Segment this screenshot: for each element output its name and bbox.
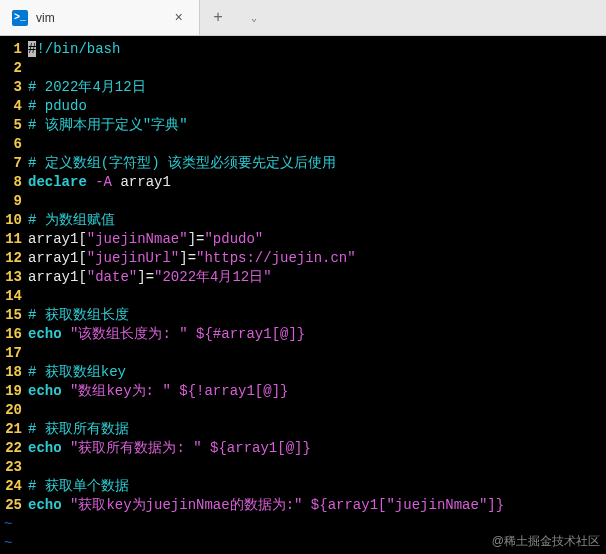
code-line[interactable]: 10# 为数组赋值 [0, 211, 606, 230]
code-line[interactable]: 21# 获取所有数据 [0, 420, 606, 439]
code-content[interactable]: declare -A array1 [28, 173, 606, 192]
line-number: 13 [0, 268, 28, 287]
line-number: 12 [0, 249, 28, 268]
line-number: 18 [0, 363, 28, 382]
code-line[interactable]: 6 [0, 135, 606, 154]
line-number: 1 [0, 40, 28, 59]
close-tab-icon[interactable]: × [171, 10, 187, 26]
code-line[interactable]: 2 [0, 59, 606, 78]
code-content[interactable]: # 定义数组(字符型) 该类型必须要先定义后使用 [28, 154, 606, 173]
code-line[interactable]: 12array1["juejinUrl"]="https://juejin.cn… [0, 249, 606, 268]
token [62, 326, 70, 342]
code-line[interactable]: 19echo "数组key为: " ${!array1[@]} [0, 382, 606, 401]
code-content[interactable] [28, 458, 606, 477]
token: !/bin/bash [36, 41, 120, 57]
code-content[interactable]: # 获取单个数据 [28, 477, 606, 496]
code-line[interactable]: 20 [0, 401, 606, 420]
code-line[interactable]: 24# 获取单个数据 [0, 477, 606, 496]
code-content[interactable]: # 该脚本用于定义"字典" [28, 116, 606, 135]
code-line[interactable]: 5# 该脚本用于定义"字典" [0, 116, 606, 135]
line-number: 21 [0, 420, 28, 439]
token: array1[ [28, 250, 87, 266]
token: "该数组长度为: " [70, 326, 188, 342]
token [202, 440, 210, 456]
code-content[interactable] [28, 59, 606, 78]
token: "https://juejin.cn" [196, 250, 356, 266]
code-content[interactable]: # 获取数组长度 [28, 306, 606, 325]
token [62, 440, 70, 456]
code-line[interactable]: 7# 定义数组(字符型) 该类型必须要先定义后使用 [0, 154, 606, 173]
code-content[interactable] [28, 344, 606, 363]
code-content[interactable]: echo "该数组长度为: " ${#array1[@]} [28, 325, 606, 344]
line-number: 23 [0, 458, 28, 477]
token: ${array1[ [311, 497, 387, 513]
token: declare [28, 174, 87, 190]
token [62, 383, 70, 399]
code-line[interactable]: 13array1["date"]="2022年4月12日" [0, 268, 606, 287]
token [171, 383, 179, 399]
code-content[interactable] [28, 192, 606, 211]
token: "juejinNmae" [87, 231, 188, 247]
token: ]= [179, 250, 196, 266]
editor-area[interactable]: 1#!/bin/bash23# 2022年4月12日4# pdudo5# 该脚本… [0, 36, 606, 554]
code-content[interactable]: array1["juejinUrl"]="https://juejin.cn" [28, 249, 606, 268]
tab-dropdown-button[interactable]: ⌄ [236, 0, 272, 35]
line-number: 6 [0, 135, 28, 154]
line-number: 14 [0, 287, 28, 306]
token: "获取key为juejinNmae的数据为:" [70, 497, 302, 513]
line-number: 16 [0, 325, 28, 344]
token: # 获取数组key [28, 364, 126, 380]
code-content[interactable]: #!/bin/bash [28, 40, 606, 59]
token: echo [28, 440, 62, 456]
code-line[interactable]: 18# 获取数组key [0, 363, 606, 382]
code-content[interactable]: # 2022年4月12日 [28, 78, 606, 97]
code-line[interactable]: 23 [0, 458, 606, 477]
new-tab-button[interactable]: + [200, 0, 236, 35]
token: "date" [87, 269, 137, 285]
code-line[interactable]: 17 [0, 344, 606, 363]
code-line[interactable]: 4# pdudo [0, 97, 606, 116]
code-content[interactable]: # 为数组赋值 [28, 211, 606, 230]
line-number: 4 [0, 97, 28, 116]
code-content[interactable]: # 获取所有数据 [28, 420, 606, 439]
watermark-text: @稀土掘金技术社区 [492, 533, 600, 550]
code-line[interactable]: 14 [0, 287, 606, 306]
powershell-icon: >_ [12, 10, 28, 26]
line-number: 22 [0, 439, 28, 458]
code-line[interactable]: 3# 2022年4月12日 [0, 78, 606, 97]
code-line[interactable]: 8declare -A array1 [0, 173, 606, 192]
line-number: 9 [0, 192, 28, 211]
code-line[interactable]: 1#!/bin/bash [0, 40, 606, 59]
token: # 定义数组(字符型) 该类型必须要先定义后使用 [28, 155, 336, 171]
code-line[interactable]: 25echo "获取key为juejinNmae的数据为:" ${array1[… [0, 496, 606, 515]
token: ]= [137, 269, 154, 285]
token [62, 497, 70, 513]
line-number: 2 [0, 59, 28, 78]
code-line[interactable]: 16echo "该数组长度为: " ${#array1[@]} [0, 325, 606, 344]
code-content[interactable] [28, 287, 606, 306]
token: # 获取单个数据 [28, 478, 129, 494]
code-content[interactable]: array1["juejinNmae"]="pdudo" [28, 230, 606, 249]
code-content[interactable]: # 获取数组key [28, 363, 606, 382]
terminal-tab[interactable]: >_ vim × [0, 0, 200, 35]
code-line[interactable]: 15# 获取数组长度 [0, 306, 606, 325]
token: ${!array1[@]} [179, 383, 288, 399]
code-line[interactable]: 9 [0, 192, 606, 211]
code-line[interactable]: 22echo "获取所有数据为: " ${array1[@]} [0, 439, 606, 458]
token: "pdudo" [204, 231, 263, 247]
code-content[interactable]: array1["date"]="2022年4月12日" [28, 268, 606, 287]
code-content[interactable]: echo "获取key为juejinNmae的数据为:" ${array1["j… [28, 496, 606, 515]
token: "获取所有数据为: " [70, 440, 202, 456]
line-number: 25 [0, 496, 28, 515]
line-number: 24 [0, 477, 28, 496]
code-content[interactable]: echo "数组key为: " ${!array1[@]} [28, 382, 606, 401]
token: # 获取数组长度 [28, 307, 129, 323]
token: array1[ [28, 269, 87, 285]
line-number: 3 [0, 78, 28, 97]
code-content[interactable]: echo "获取所有数据为: " ${array1[@]} [28, 439, 606, 458]
code-content[interactable]: # pdudo [28, 97, 606, 116]
code-content[interactable] [28, 135, 606, 154]
tab-title: vim [36, 11, 163, 25]
code-line[interactable]: 11array1["juejinNmae"]="pdudo" [0, 230, 606, 249]
code-content[interactable] [28, 401, 606, 420]
